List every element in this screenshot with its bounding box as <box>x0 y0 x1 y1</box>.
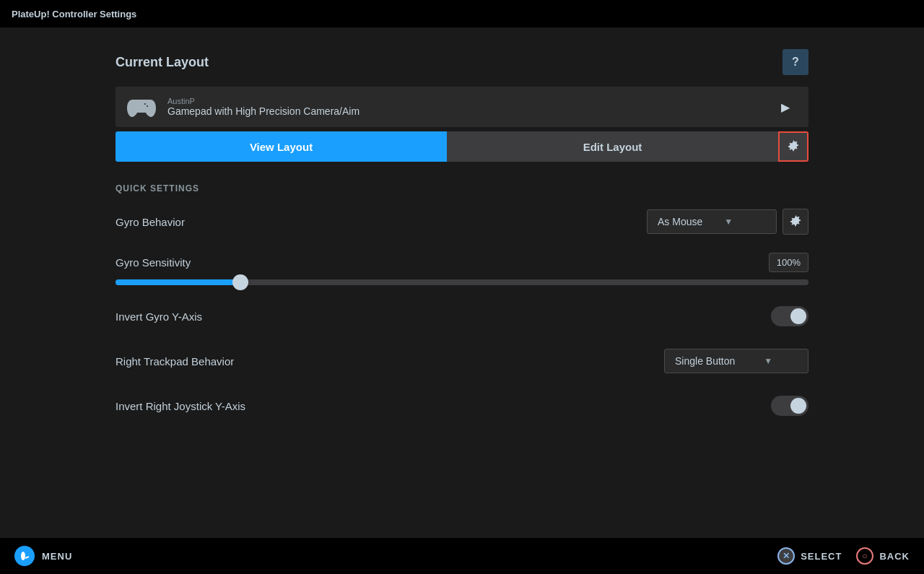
select-action: ✕ SELECT <box>777 547 842 565</box>
layout-arrow-button[interactable]: ▶ <box>774 95 797 118</box>
x-button-icon: ✕ <box>777 547 795 565</box>
right-trackpad-value: Single Button <box>675 355 735 367</box>
toggle-knob <box>790 308 806 324</box>
layout-author: AustinP <box>167 97 774 105</box>
svg-point-0 <box>21 552 25 560</box>
layout-settings-button[interactable] <box>778 131 808 162</box>
invert-right-joystick-row: Invert Right Joystick Y-Axis <box>116 392 808 419</box>
gyro-behavior-value: As Mouse <box>658 216 702 227</box>
o-button-icon: ○ <box>856 547 873 565</box>
gear-icon <box>789 215 802 228</box>
edit-layout-button[interactable]: Edit Layout <box>447 131 778 162</box>
toggle-knob <box>790 398 806 414</box>
right-trackpad-row: Right Trackpad Behavior Single Button ▼ <box>116 347 808 375</box>
current-layout-header: Current Layout ? <box>116 49 808 75</box>
back-label: BACK <box>879 551 910 562</box>
title-bar: PlateUp! Controller Settings <box>0 0 924 27</box>
gyro-sensitivity-value: 100% <box>769 253 808 272</box>
gyro-behavior-controls: As Mouse ▼ <box>647 209 808 235</box>
gear-icon <box>787 140 800 153</box>
chevron-down-icon: ▼ <box>724 217 733 227</box>
invert-gyro-yaxis-label: Invert Gyro Y-Axis <box>116 310 202 323</box>
gyro-sensitivity-section: Gyro Sensitivity 100% <box>116 253 808 285</box>
layout-name: Gamepad with High Precision Camera/Aim <box>167 105 774 117</box>
invert-gyro-yaxis-row: Invert Gyro Y-Axis <box>116 303 808 330</box>
chevron-down-icon: ▼ <box>764 356 772 366</box>
gyro-behavior-label: Gyro Behavior <box>116 216 185 228</box>
slider-thumb[interactable] <box>232 274 248 290</box>
right-trackpad-dropdown[interactable]: Single Button ▼ <box>664 349 808 373</box>
current-layout-title: Current Layout <box>116 55 209 70</box>
layout-card: AustinP Gamepad with High Precision Came… <box>116 87 808 127</box>
playstation-icon <box>14 546 35 566</box>
gyro-sensitivity-slider[interactable] <box>116 279 808 285</box>
quick-settings-label: QUICK SETTINGS <box>116 183 808 193</box>
bottom-bar: MENU ✕ SELECT ○ BACK <box>0 538 924 574</box>
invert-right-joystick-label: Invert Right Joystick Y-Axis <box>116 400 245 412</box>
invert-right-joystick-toggle[interactable] <box>771 396 808 416</box>
controller-icon <box>127 96 156 118</box>
right-trackpad-label: Right Trackpad Behavior <box>116 355 234 368</box>
help-button[interactable]: ? <box>783 49 808 75</box>
gyro-behavior-gear-button[interactable] <box>783 209 808 235</box>
layout-info: AustinP Gamepad with High Precision Came… <box>167 97 774 117</box>
menu-label: MENU <box>42 551 72 562</box>
gyro-behavior-dropdown[interactable]: As Mouse ▼ <box>647 209 777 234</box>
layout-buttons-row: View Layout Edit Layout <box>116 131 808 162</box>
gyro-sensitivity-label: Gyro Sensitivity <box>116 256 191 269</box>
gyro-behavior-row: Gyro Behavior As Mouse ▼ <box>116 208 808 235</box>
main-content: Current Layout ? AustinP Gamepad with Hi… <box>0 27 924 419</box>
slider-fill <box>116 279 240 285</box>
view-layout-button[interactable]: View Layout <box>116 131 447 162</box>
bottom-left: MENU <box>14 546 72 566</box>
title-bar-text: PlateUp! Controller Settings <box>12 9 136 19</box>
gyro-sensitivity-header: Gyro Sensitivity 100% <box>116 253 808 272</box>
back-action: ○ BACK <box>856 547 910 565</box>
bottom-right: ✕ SELECT ○ BACK <box>777 547 910 565</box>
invert-gyro-yaxis-toggle[interactable] <box>771 306 808 326</box>
select-label: SELECT <box>801 551 842 562</box>
